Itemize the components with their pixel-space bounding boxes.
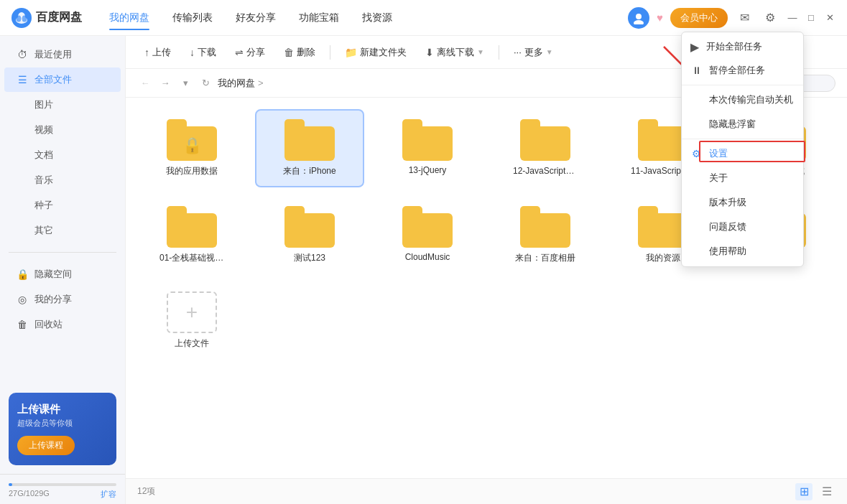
recent-icon: ⏱: [16, 49, 29, 60]
sidebar-item-other[interactable]: 其它: [4, 218, 121, 243]
all-files-icon: ☰: [16, 74, 29, 85]
list-item[interactable]: 来自：iPhone: [255, 109, 364, 187]
pause-icon: ⏸: [692, 65, 703, 76]
dropdown-feedback[interactable]: 问题反馈: [682, 215, 803, 239]
dropdown-upgrade[interactable]: 版本升级: [682, 190, 803, 215]
list-item[interactable]: CloudMusic: [373, 196, 482, 274]
sidebar-item-torrent[interactable]: 种子: [4, 193, 121, 218]
file-name: 12-JavaScript高级: [513, 165, 578, 177]
svg-point-3: [17, 15, 22, 22]
share-icon-btn: ⇌: [235, 47, 244, 58]
upload-button[interactable]: ↑ 上传: [137, 42, 178, 62]
dropdown-help[interactable]: 使用帮助: [682, 239, 803, 263]
status-right: ⊞ ☰: [795, 483, 836, 500]
offline-download-button[interactable]: ⬇ 离线下载 ▼: [418, 42, 491, 62]
folder-icon: [167, 206, 217, 248]
lock-overlay-icon: 🔒: [182, 136, 202, 155]
delete-icon: 🗑: [284, 47, 294, 58]
sidebar-special-section: 🔒 隐藏空间 ◎ 我的分享 🗑 回收站: [0, 256, 125, 343]
vip-button[interactable]: 会员中心: [670, 8, 728, 28]
add-file-item[interactable]: + 上传文件: [137, 283, 246, 358]
more-dropdown-arrow: ▼: [546, 48, 553, 56]
app-window: 百度网盘 我的网盘 传输列表 好友分享 功能宝箱 找资源 ♥ 会员中心 ✉ ⚙ …: [0, 0, 847, 504]
mail-icon[interactable]: ✉: [735, 9, 754, 27]
sidebar-item-label-myshare: 我的分享: [34, 293, 72, 306]
breadcrumb-root[interactable]: 我的网盘: [218, 77, 255, 90]
file-name: 测试123: [277, 252, 342, 264]
sidebar-item-hidden[interactable]: 🔒 隐藏空间: [4, 262, 121, 286]
list-item[interactable]: 13-jQuery: [373, 109, 482, 187]
sidebar-item-myshare[interactable]: ◎ 我的分享: [4, 287, 121, 312]
list-item[interactable]: 测试123: [255, 196, 364, 274]
dropdown-auto-shutdown[interactable]: 本次传输完自动关机: [682, 88, 803, 112]
tab-find[interactable]: 找资源: [352, 7, 402, 29]
close-button[interactable]: ✕: [824, 12, 836, 24]
file-name: 来自：百度相册: [513, 252, 578, 264]
list-item[interactable]: 12-JavaScript高级: [491, 109, 600, 187]
sidebar-item-docs[interactable]: 文档: [4, 143, 121, 167]
nav-tabs: 我的网盘 传输列表 好友分享 功能宝箱 找资源: [99, 7, 628, 29]
more-button[interactable]: ··· 更多 ▼: [506, 42, 560, 62]
start-all-label: 开始全部任务: [706, 40, 762, 53]
sidebar-item-label-videos: 视频: [34, 123, 53, 136]
delete-button[interactable]: 🗑 删除: [277, 42, 323, 62]
grid-view-button[interactable]: ⊞: [795, 483, 813, 500]
sidebar-item-music[interactable]: 音乐: [4, 168, 121, 192]
nav-back-button[interactable]: ←: [137, 75, 153, 91]
dropdown-pause-all[interactable]: ⏸ 暂停全部任务: [682, 58, 803, 83]
nav-dropdown-button[interactable]: ▾: [177, 75, 193, 91]
minimize-button[interactable]: —: [787, 12, 798, 24]
dropdown-settings[interactable]: ⚙ 设置: [682, 141, 803, 166]
folder-icon: [402, 206, 453, 248]
promo-card: 上传课件 超级会员等你领 上传课程: [9, 393, 116, 465]
trash-icon: 🗑: [16, 319, 29, 330]
storage-text: 27G/1029G 扩容: [9, 489, 116, 500]
svg-point-5: [636, 14, 642, 19]
dropdown-hide-float[interactable]: 隐藏悬浮窗: [682, 112, 803, 136]
sidebar-item-label-hidden: 隐藏空间: [34, 268, 72, 281]
sidebar-item-label-docs: 文档: [34, 149, 53, 162]
nav-refresh-button[interactable]: ↻: [198, 75, 213, 91]
heart-icon: ♥: [657, 11, 663, 24]
expand-storage-link[interactable]: 扩容: [101, 489, 116, 500]
storage-used: 27G/1029G: [9, 489, 50, 500]
settings-icon: ⚙: [692, 148, 703, 159]
upload-icon: ↑: [144, 47, 149, 58]
new-folder-icon: 📁: [345, 47, 357, 58]
item-count: 12项: [137, 485, 155, 498]
sidebar-item-photos[interactable]: 图片: [4, 93, 121, 117]
list-view-button[interactable]: ☰: [818, 483, 836, 500]
sidebar-item-label-music: 音乐: [34, 174, 53, 187]
breadcrumb-path: 我的网盘 >: [218, 77, 264, 90]
tab-my-disk[interactable]: 我的网盘: [99, 7, 159, 29]
lock-icon: 🔒: [16, 269, 29, 280]
maximize-button[interactable]: □: [805, 12, 817, 24]
promo-button[interactable]: 上传课程: [17, 436, 75, 455]
tab-share[interactable]: 好友分享: [226, 7, 286, 29]
new-folder-button[interactable]: 📁 新建文件夹: [338, 42, 414, 62]
gear-icon[interactable]: ⚙: [761, 9, 779, 27]
sidebar-item-recent[interactable]: ⏱ 最近使用: [4, 42, 121, 67]
tab-transfer[interactable]: 传输列表: [162, 7, 223, 29]
share-button[interactable]: ⇌ 分享: [228, 42, 272, 62]
folder-icon: [284, 119, 335, 161]
sidebar-item-trash[interactable]: 🗑 回收站: [4, 312, 121, 337]
toolbar-separator-1: [330, 45, 330, 60]
play-all-button[interactable]: ▶: [686, 38, 703, 55]
sidebar-item-all[interactable]: ☰ 全部文件: [4, 67, 121, 92]
avatar[interactable]: [628, 7, 649, 29]
file-name: 来自：iPhone: [277, 165, 342, 177]
download-icon: ↓: [190, 47, 195, 58]
list-item[interactable]: 来自：百度相册: [491, 196, 600, 274]
download-button[interactable]: ↓ 下载: [182, 42, 223, 62]
nav-forward-button[interactable]: →: [157, 75, 173, 91]
dropdown-about[interactable]: 关于: [682, 166, 803, 190]
list-item[interactable]: 🔒 我的应用数据: [137, 109, 246, 187]
promo-title: 上传课件: [17, 403, 108, 416]
logo-icon: [11, 8, 32, 28]
sidebar-item-videos[interactable]: 视频: [4, 118, 121, 142]
tab-tools[interactable]: 功能宝箱: [289, 7, 349, 29]
list-item[interactable]: 01-全栈基础视频...: [137, 196, 246, 274]
folder-icon: [284, 206, 335, 248]
sidebar: ⏱ 最近使用 ☰ 全部文件 图片 视频 文档: [0, 36, 126, 504]
